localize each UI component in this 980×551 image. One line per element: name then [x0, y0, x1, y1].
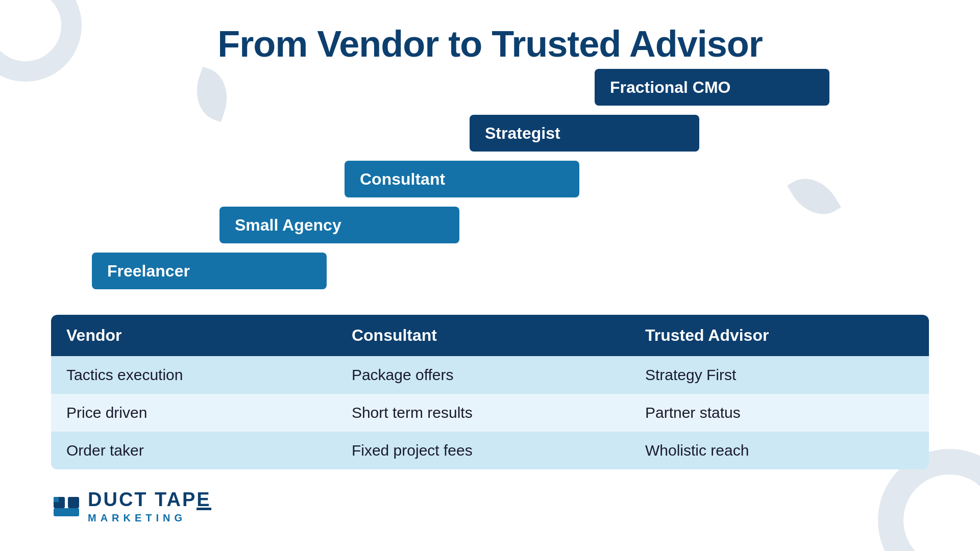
cell-tactics: Tactics execution: [51, 356, 336, 394]
col-header-trusted-advisor: Trusted Advisor: [630, 315, 929, 356]
cell-short-term: Short term results: [336, 394, 630, 432]
bar-small-agency: Small Agency: [219, 207, 459, 243]
table-row: Order taker Fixed project fees Wholistic…: [51, 432, 929, 469]
bar-consultant-label: Consultant: [360, 170, 445, 189]
cell-fixed: Fixed project fees: [336, 432, 630, 469]
svg-rect-1: [54, 497, 59, 502]
cell-price: Price driven: [51, 394, 336, 432]
bar-fractional-cmo: Fractional CMO: [595, 69, 829, 106]
slide: From Vendor to Trusted Advisor Freelance…: [0, 0, 980, 551]
cell-package: Package offers: [336, 356, 630, 394]
comparison-table: Vendor Consultant Trusted Advisor Tactic…: [51, 315, 929, 469]
col-header-consultant: Consultant: [336, 315, 630, 356]
table-row: Tactics execution Package offers Strateg…: [51, 356, 929, 394]
table-header-row: Vendor Consultant Trusted Advisor: [51, 315, 929, 356]
cell-wholistic: Wholistic reach: [630, 432, 929, 469]
cell-strategy: Strategy First: [630, 356, 929, 394]
logo-area: DUCT TAPE MARKETING: [51, 490, 929, 524]
logo-line2: MARKETING: [88, 512, 211, 524]
col-header-vendor: Vendor: [51, 315, 336, 356]
bar-consultant: Consultant: [345, 161, 579, 197]
svg-rect-3: [54, 508, 79, 516]
bar-small-agency-label: Small Agency: [235, 216, 341, 235]
logo-icon: [51, 494, 82, 520]
page-title: From Vendor to Trusted Advisor: [51, 23, 929, 65]
logo-line1: DUCT TAPE: [88, 490, 211, 510]
table-row: Price driven Short term results Partner …: [51, 394, 929, 432]
bar-freelancer: Freelancer: [92, 253, 327, 289]
bar-strategist: Strategist: [470, 115, 699, 152]
bar-strategist-label: Strategist: [485, 124, 560, 143]
bar-freelancer-label: Freelancer: [107, 262, 190, 281]
cell-order: Order taker: [51, 432, 336, 469]
svg-rect-2: [68, 497, 79, 508]
logo-text-stack: DUCT TAPE MARKETING: [88, 490, 211, 524]
cell-partner: Partner status: [630, 394, 929, 432]
content-wrapper: From Vendor to Trusted Advisor Freelance…: [0, 0, 980, 551]
bar-fractional-cmo-label: Fractional CMO: [610, 78, 730, 97]
staircase-container: Freelancer Small Agency Consultant Strat…: [51, 95, 929, 289]
